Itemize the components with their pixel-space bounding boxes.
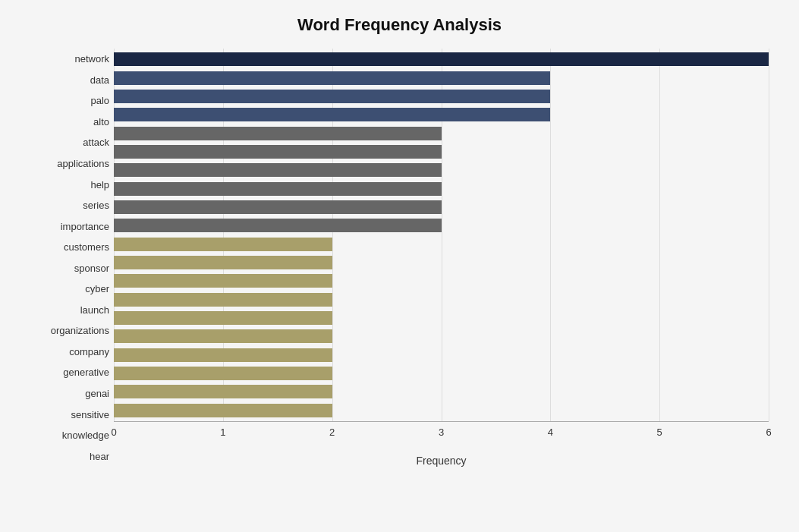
bar [114, 293, 332, 307]
bar [114, 108, 550, 121]
bar-row [114, 382, 769, 401]
bar [114, 52, 769, 66]
y-label: sensitive [30, 410, 109, 420]
bar-row [114, 309, 769, 327]
bar-row [114, 364, 769, 382]
bar [114, 182, 442, 196]
y-label: cyber [30, 284, 109, 294]
bar-row [114, 216, 769, 235]
y-label: knowledge [30, 430, 109, 440]
bar-row [114, 198, 769, 216]
bar-row [114, 327, 769, 345]
bar-row [114, 143, 769, 161]
bar-row [114, 401, 769, 420]
bar [114, 200, 442, 214]
bar-row [114, 87, 769, 105]
bar [114, 90, 550, 103]
bar [114, 311, 332, 325]
x-axis: 0123456 [114, 421, 769, 452]
x-tick: 1 [220, 427, 225, 438]
x-tick: 6 [766, 427, 771, 438]
y-label: attack [30, 137, 109, 147]
bars-and-xaxis: 0123456 Frequency [114, 49, 769, 467]
bar [114, 256, 332, 269]
y-label: data [30, 75, 109, 85]
y-label: sponsor [30, 263, 109, 273]
bar [114, 367, 332, 380]
chart-container: Word Frequency Analysis networkdatapaloa… [0, 0, 799, 532]
bar-row [114, 50, 769, 68]
y-label: launch [30, 305, 109, 315]
bars-grid [114, 49, 769, 421]
y-label: organizations [30, 326, 109, 335]
grid-line [769, 49, 769, 421]
chart-title: Word Frequency Analysis [30, 15, 769, 35]
bar [114, 145, 442, 159]
bar-row [114, 68, 769, 87]
bar-row [114, 235, 769, 253]
bar-row [114, 290, 769, 308]
y-label: series [30, 200, 109, 210]
x-tick: 3 [439, 427, 444, 438]
bar [114, 385, 332, 398]
bar-row [114, 253, 769, 272]
bar-row [114, 124, 769, 142]
bar-row [114, 179, 769, 197]
bar [114, 238, 332, 251]
bar [114, 404, 332, 417]
y-label: generative [30, 367, 109, 377]
bar [114, 127, 442, 140]
x-tick: 5 [657, 427, 662, 438]
bar [114, 329, 332, 343]
y-label: genai [30, 389, 109, 398]
x-axis-label: Frequency [114, 455, 769, 467]
y-label: help [30, 180, 109, 190]
x-tick: 2 [329, 427, 335, 438]
bar-row [114, 161, 769, 179]
bars-wrapper [114, 49, 769, 421]
y-label: company [30, 347, 109, 357]
y-label: palo [30, 96, 109, 105]
bar [114, 71, 550, 85]
bar [114, 219, 442, 232]
bar-row [114, 346, 769, 364]
bar [114, 163, 442, 177]
x-tick: 0 [111, 427, 116, 438]
y-labels: networkdatapaloaltoattackapplicationshel… [30, 49, 114, 467]
chart-area: networkdatapaloaltoattackapplicationshel… [30, 49, 769, 467]
y-label: network [30, 54, 109, 64]
bar-row [114, 272, 769, 290]
bar [114, 274, 332, 288]
y-label: customers [30, 242, 109, 252]
bar-row [114, 105, 769, 124]
y-label: importance [30, 222, 109, 231]
x-tick: 4 [548, 427, 553, 438]
y-label: hear [30, 452, 109, 461]
y-label: alto [30, 117, 109, 127]
y-label: applications [30, 159, 109, 168]
bar [114, 348, 332, 362]
